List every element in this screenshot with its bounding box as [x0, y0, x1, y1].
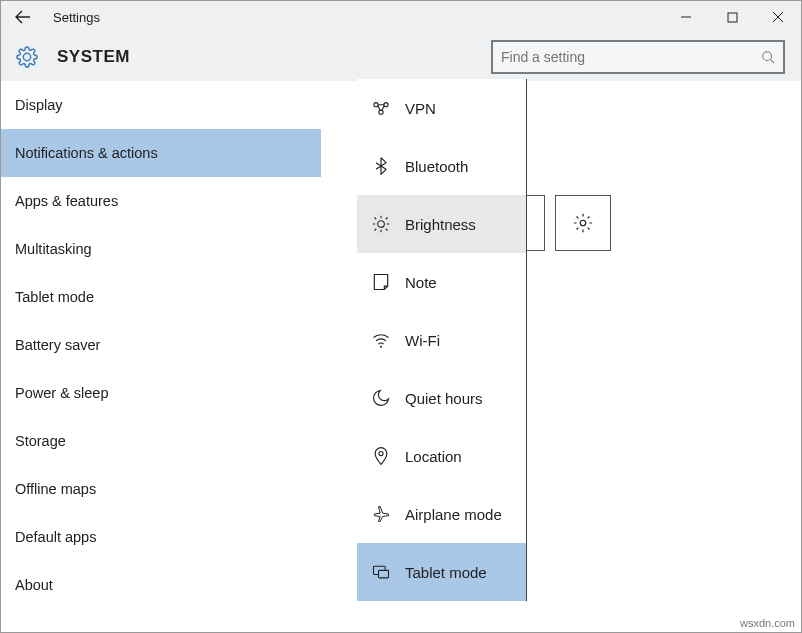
location-icon [371, 446, 405, 466]
dropdown-item-label: Note [405, 274, 437, 291]
dropdown-item-label: Tablet mode [405, 564, 487, 581]
titlebar: Settings [1, 1, 801, 33]
close-icon [772, 11, 784, 23]
dropdown-item-vpn[interactable]: VPN [357, 79, 526, 137]
dropdown-item-label: Airplane mode [405, 506, 502, 523]
sidebar-item-default-apps[interactable]: Default apps [1, 513, 321, 561]
quiet-hours-icon [371, 388, 405, 408]
gear-icon [572, 212, 594, 234]
sidebar-item-tablet-mode[interactable]: Tablet mode [1, 273, 321, 321]
sidebar-item-display[interactable]: Display [1, 81, 321, 129]
svg-point-1 [763, 52, 772, 61]
dropdown-item-bluetooth[interactable]: Bluetooth [357, 137, 526, 195]
vpn-icon [371, 98, 405, 118]
minimize-icon [680, 11, 692, 23]
sidebar-item-label: Multitasking [15, 241, 92, 257]
sidebar-item-battery-saver[interactable]: Battery saver [1, 321, 321, 369]
dropdown-item-label: Quiet hours [405, 390, 483, 407]
sidebar-item-storage[interactable]: Storage [1, 417, 321, 465]
dropdown-item-quiet-hours[interactable]: Quiet hours [357, 369, 526, 427]
back-button[interactable] [1, 1, 45, 33]
dropdown-item-brightness[interactable]: Brightness [357, 195, 526, 253]
watermark: wsxdn.com [740, 617, 795, 629]
sidebar-item-power-sleep[interactable]: Power & sleep [1, 369, 321, 417]
bluetooth-icon [371, 156, 405, 176]
dropdown-item-wifi[interactable]: Wi-Fi [357, 311, 526, 369]
page-title: SYSTEM [57, 47, 130, 67]
sidebar-item-label: Offline maps [15, 481, 96, 497]
dropdown-item-tablet-mode[interactable]: Tablet mode [357, 543, 526, 601]
tablet-mode-icon [371, 562, 405, 582]
sidebar-item-about[interactable]: About [1, 561, 321, 609]
wifi-icon [371, 330, 405, 350]
sidebar-item-apps-features[interactable]: Apps & features [1, 177, 321, 225]
dropdown-item-label: VPN [405, 100, 436, 117]
arrow-left-icon [15, 9, 31, 25]
sidebar-item-label: Battery saver [15, 337, 100, 353]
maximize-button[interactable] [709, 1, 755, 33]
search-input[interactable] [501, 49, 761, 65]
dropdown-item-label: Location [405, 448, 462, 465]
svg-rect-10 [379, 570, 389, 578]
dropdown-item-label: Brightness [405, 216, 476, 233]
search-icon [761, 50, 775, 64]
header: SYSTEM [1, 33, 801, 81]
sidebar-item-notifications[interactable]: Notifications & actions [1, 129, 321, 177]
sidebar-item-label: About [15, 577, 53, 593]
sidebar-item-label: Apps & features [15, 193, 118, 209]
sidebar: Display Notifications & actions Apps & f… [1, 81, 321, 632]
note-icon [371, 272, 405, 292]
quick-action-dropdown[interactable]: VPN Bluetooth Brightness Note Wi-Fi Quie… [357, 79, 527, 601]
sidebar-item-label: Notifications & actions [15, 145, 158, 161]
svg-point-2 [580, 220, 586, 226]
sidebar-item-label: Storage [15, 433, 66, 449]
dropdown-item-location[interactable]: Location [357, 427, 526, 485]
airplane-icon [371, 504, 405, 524]
sidebar-item-multitasking[interactable]: Multitasking [1, 225, 321, 273]
sidebar-item-label: Tablet mode [15, 289, 94, 305]
settings-gear-icon [15, 45, 39, 69]
dropdown-item-label: Bluetooth [405, 158, 468, 175]
svg-point-6 [378, 221, 385, 228]
sidebar-item-label: Display [15, 97, 63, 113]
close-button[interactable] [755, 1, 801, 33]
maximize-icon [727, 12, 738, 23]
minimize-button[interactable] [663, 1, 709, 33]
dropdown-item-note[interactable]: Note [357, 253, 526, 311]
search-box[interactable] [491, 40, 785, 74]
svg-point-8 [379, 451, 383, 455]
quick-action-tile-settings[interactable] [555, 195, 611, 251]
brightness-icon [371, 214, 405, 234]
dropdown-item-label: Wi-Fi [405, 332, 440, 349]
sidebar-item-label: Power & sleep [15, 385, 109, 401]
quick-action-tiles [489, 195, 761, 251]
sidebar-item-offline-maps[interactable]: Offline maps [1, 465, 321, 513]
dropdown-item-airplane[interactable]: Airplane mode [357, 485, 526, 543]
window-title: Settings [45, 10, 100, 25]
svg-point-7 [380, 346, 382, 348]
svg-point-5 [379, 110, 383, 114]
sidebar-item-label: Default apps [15, 529, 96, 545]
svg-rect-0 [728, 13, 737, 22]
